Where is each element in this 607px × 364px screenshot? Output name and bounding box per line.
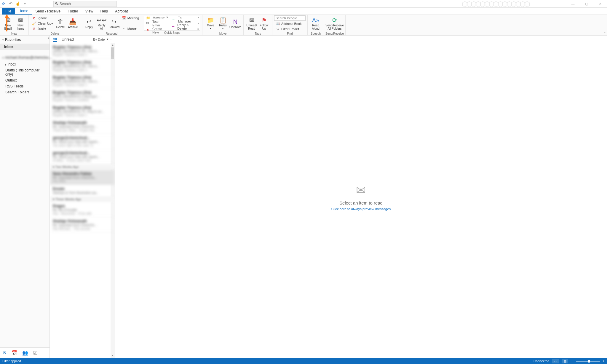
calendar-icon: 📅 [122,16,126,20]
touch-icon[interactable]: ☝ [15,1,20,6]
more-icon[interactable]: ⋯ [42,350,47,356]
junk-button[interactable]: ⊗Junk ▾ [31,26,54,31]
envelope-icon: ✉ [18,17,23,24]
filter-unread[interactable]: Unread [62,37,74,41]
status-connected: Connected [533,359,549,363]
list-item[interactable]: DragosRe: Bit of troubleHey - Absolutely… [50,202,115,217]
forward-button[interactable]: ↪Forward [108,15,120,31]
nav-sub-outbox[interactable]: Outbox [0,77,49,83]
undo-icon[interactable]: ↶ [8,1,13,6]
search-input[interactable] [60,2,116,6]
unread-button[interactable]: ✉Unread/ Read [245,15,258,31]
group-label: Send/Receive [324,32,345,35]
filter-all[interactable]: All [53,37,57,42]
nav-sub-search[interactable]: Search Folders [0,89,49,95]
tab-folder[interactable]: Folder [64,8,82,15]
quickstep-moveto[interactable]: 📁Move to: ? [144,16,170,20]
flag-icon: ⚑ [261,17,267,24]
search-box[interactable]: 🔍︎ [53,1,117,7]
tab-home[interactable]: Home [15,8,32,15]
collapse-nav-icon[interactable]: ◂ [47,36,49,39]
list-item[interactable]: Bogdan Tripescu (Jira)[JIRA] (REMARKS) i… [50,89,115,104]
read-aloud-button[interactable]: A»Read Aloud [309,15,322,31]
list-item[interactable]: Bogdan Tripescu (Jira)[JIRA] (REMARKS) R… [50,43,115,58]
maximize-button[interactable]: ▢ [580,0,593,8]
rules-icon: 📋 [219,17,227,24]
quickstep-tomanager[interactable]: →To Manager [170,16,196,23]
followup-button[interactable]: ⚑Follow Up [258,15,270,31]
nav-pane: ◂ Favorites Inbox michael.thomas@chemclo… [0,36,50,358]
people-icon[interactable]: 👥 [22,350,28,356]
meeting-button[interactable]: 📅Meeting [120,16,140,21]
reply-all-button[interactable]: ↩↩Reply All [95,15,108,31]
speaker-icon: A» [312,17,319,24]
gallery-up-icon[interactable]: ▴ [196,16,200,22]
mail-icon[interactable]: ✉ [2,350,6,356]
folder-arrow-icon: 📁 [146,16,151,20]
quickstep-replydelete[interactable]: ↩Reply & Delete [170,23,196,30]
list-item[interactable]: Bogdan Tripescu (Jira)[JIRA] (REMARKS) T… [50,104,115,119]
zoom-slider[interactable] [576,361,600,362]
move-button[interactable]: 📁Move▾ [204,15,217,31]
list-item[interactable]: george@chemcloud...Re: Need your help wi… [50,149,115,164]
message-list-pane: All Unread By Date ▾ ↑ ▴ ▾ Bogdan Tripes… [50,36,115,358]
view-reading-icon[interactable]: ▥ [562,359,568,363]
cleanup-button[interactable]: 🧹Clean Up ▾ [31,21,54,26]
list-item[interactable]: Sava Alexandru FabianRe: important from … [50,170,115,185]
zoom-in-icon[interactable]: + [603,359,605,363]
list-item[interactable]: Shailaja VishwanathRe: important from Ch… [50,119,115,134]
account-header[interactable]: michael.thomas@chemclou... [0,54,49,61]
tab-acrobat[interactable]: Acrobat [111,8,131,15]
sync-icon: ⟳ [332,17,337,24]
tab-view[interactable]: View [82,8,97,15]
ignore-button[interactable]: ⊘Ignore [31,16,54,21]
nav-sub-drafts[interactable]: Drafts (This computer only) [0,67,49,77]
nav-sub-inbox[interactable]: ▸Inbox [0,61,49,67]
onenote-button[interactable]: NOneNote [229,15,242,31]
tab-help[interactable]: Help [97,8,112,15]
envelope-icon: ✉ [356,183,366,197]
sort-direction-icon[interactable]: ↑ [110,38,112,41]
envelope-icon: ✉ [249,17,254,24]
close-button[interactable]: ✕ [593,0,607,8]
more-button[interactable]: ▫More ▾ [120,26,140,31]
nav-item-inbox[interactable]: Inbox [0,44,49,50]
sort-by-date[interactable]: By Date [93,38,105,41]
search-people-input[interactable] [274,15,306,21]
list-group-header[interactable]: ▾ Two Weeks Ago [50,164,115,170]
collapse-ribbon-icon[interactable]: ⌃ [603,31,606,35]
tasks-icon[interactable]: ☑ [33,350,37,356]
address-book-button[interactable]: 📖Address Book [274,21,306,26]
archive-button[interactable]: 📥Archive [67,15,79,31]
favorites-header[interactable]: Favorites [0,36,49,44]
group-label: Tags [244,32,272,35]
list-item[interactable]: Bogdan Tripescu (Jira)[JIRA] (REMARKS) R… [50,58,115,74]
tab-file[interactable]: File [2,8,15,15]
delete-button[interactable]: 🗑Delete [54,15,67,31]
list-item[interactable]: Shailaja VishwanathRe: important from Ch… [50,217,115,232]
minimize-button[interactable]: — [566,0,580,8]
rules-button[interactable]: 📋Rules▾ [217,15,229,31]
filter-email-button[interactable]: ▽Filter Email ▾ [274,26,306,31]
list-item[interactable]: EnvatoStartups & Tech Illustration pa... [50,185,115,197]
title-bar: ⟳ ↶ ☝ ▾ 🔍︎ ⬡⬡⬡⬡⬡⬡⬡⬡⬡⬡⬡⬡⬡⬡⬡ — ▢ ✕ [0,0,607,8]
new-items-button[interactable]: ✉New Items [14,15,27,31]
nav-sub-rss[interactable]: RSS Feeds [0,83,49,89]
list-group-header[interactable]: ▾ Three Weeks Ago [50,197,115,202]
sync-icon[interactable]: ⟳ [1,1,6,6]
qat-dropdown-icon[interactable]: ▾ [23,1,27,6]
list-item[interactable]: Bogdan Tripescu (Jira)[JIRA] (REMARKS) R… [50,74,115,89]
forward-icon: ↪ [111,18,116,25]
view-normal-icon[interactable]: ▭ [552,359,559,363]
preview-messages-link[interactable]: Click here to always preview messages [331,207,391,211]
gallery-down-icon[interactable]: ▾ [196,22,200,28]
zoom-out-icon[interactable]: − [571,359,573,363]
reply-button[interactable]: ↩Reply [83,15,95,31]
calendar-icon[interactable]: 📅 [11,350,17,356]
quickstep-teamemail[interactable]: ✉Team Email [144,20,170,27]
quick-steps-gallery[interactable]: 📁Move to: ? ✉Team Email ⚑Create New →To … [144,16,200,31]
group-label: New [0,32,28,35]
list-item[interactable]: george@chemcloud...Re: Need your help wi… [50,134,115,149]
tab-send-receive[interactable]: Send / Receive [32,8,64,15]
send-receive-button[interactable]: ⟳Send/Receive All Folders [326,15,344,31]
